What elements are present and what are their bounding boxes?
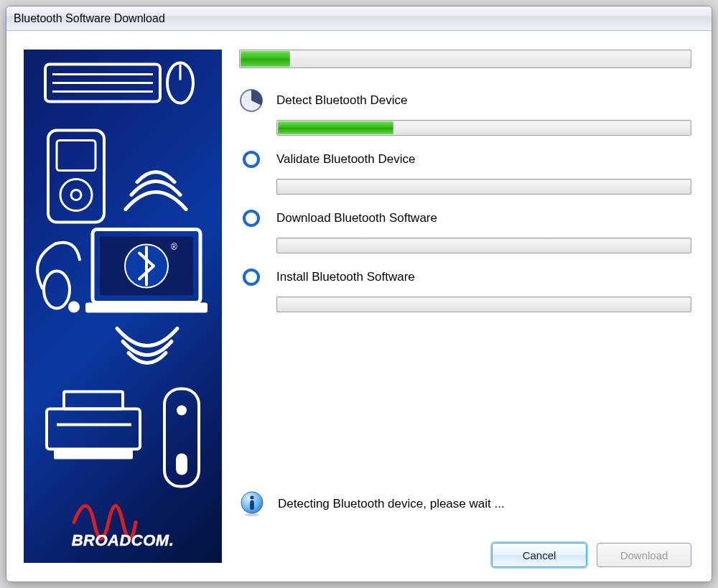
pie-progress-icon [239, 88, 264, 113]
download-button[interactable]: Download [597, 543, 691, 567]
step-progress-fill [278, 121, 393, 134]
brand-logo: BROADCOM. [24, 531, 222, 550]
bluetooth-devices-art-icon: ® [24, 50, 222, 563]
overall-progress-bar [239, 50, 691, 68]
step-label: Install Bluetooth Software [276, 270, 415, 284]
circle-pending-icon [243, 210, 260, 227]
svg-point-28 [245, 513, 259, 516]
info-row: Detecting Bluetooth device, please wait … [239, 491, 691, 517]
svg-rect-23 [176, 454, 187, 475]
title-bar[interactable]: Bluetooth Software Download [6, 6, 712, 31]
status-message: Detecting Bluetooth device, please wait … [278, 497, 505, 511]
svg-rect-27 [250, 500, 254, 510]
step-install: Install Bluetooth Software [239, 265, 691, 312]
window-title: Bluetooth Software Download [14, 12, 165, 25]
svg-rect-17 [47, 409, 140, 449]
step-progress-bar [276, 238, 691, 253]
svg-rect-13 [85, 303, 208, 313]
dialog-window: Bluetooth Software Download [6, 6, 712, 582]
svg-rect-18 [64, 392, 123, 409]
step-detect: Detect Bluetooth Device [239, 88, 691, 136]
step-validate: Validate Bluetooth Device [239, 147, 691, 195]
brand-name: BROADCOM. [72, 531, 174, 549]
svg-point-22 [177, 406, 187, 416]
svg-point-8 [60, 179, 92, 211]
step-label: Validate Bluetooth Device [276, 152, 415, 167]
svg-rect-7 [57, 141, 95, 171]
svg-point-9 [71, 190, 81, 200]
circle-pending-icon [243, 151, 260, 168]
step-download: Download Bluetooth Software [239, 206, 691, 253]
svg-text:®: ® [171, 242, 177, 252]
svg-point-10 [44, 271, 70, 309]
step-progress-bar [276, 297, 691, 312]
svg-rect-19 [54, 449, 133, 459]
cancel-button[interactable]: Cancel [492, 543, 587, 567]
client-area: ® [6, 31, 712, 582]
circle-pending-icon [243, 269, 260, 286]
main-panel: Detect Bluetooth Device Validate Bluetoo… [222, 31, 712, 582]
svg-point-11 [70, 303, 78, 312]
button-row: Cancel Download [492, 543, 691, 567]
step-label: Detect Bluetooth Device [276, 93, 407, 108]
step-label: Download Bluetooth Software [276, 211, 437, 225]
sidebar-artwork: ® [24, 50, 222, 563]
step-progress-bar [276, 179, 691, 195]
info-icon [239, 491, 265, 517]
svg-point-26 [250, 495, 253, 499]
step-progress-bar [276, 120, 691, 136]
overall-progress-fill [241, 51, 290, 67]
